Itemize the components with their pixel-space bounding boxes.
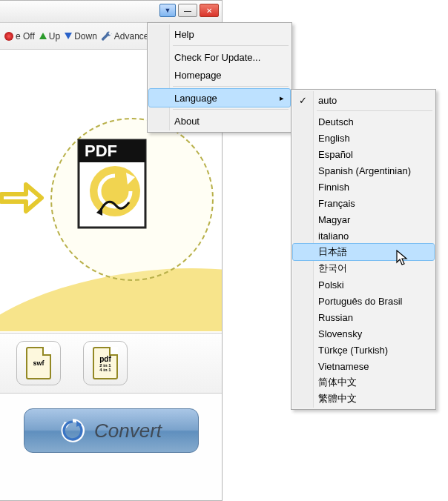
menu-about[interactable]: About: [149, 112, 290, 130]
check-icon: ✓: [299, 95, 307, 106]
lang-item[interactable]: Français: [293, 195, 434, 211]
lang-item[interactable]: Español: [293, 146, 434, 162]
off-label: e Off: [16, 31, 35, 42]
move-down[interactable]: Down: [65, 31, 97, 42]
up-label: Up: [49, 31, 60, 42]
swf-label: swf: [33, 359, 44, 367]
menu-homepage[interactable]: Homepage: [149, 66, 290, 84]
off-icon: [4, 32, 13, 41]
dropdown-trigger[interactable]: ▼: [159, 4, 176, 17]
pdf-label: PDF: [85, 142, 117, 160]
lang-item[interactable]: 日本語: [293, 244, 434, 260]
wrench-icon: [102, 31, 112, 42]
menu-check-update[interactable]: Check For Update...: [149, 48, 290, 66]
titlebar: ▼ — ✕: [0, 1, 222, 23]
close-button[interactable]: ✕: [200, 4, 219, 17]
menu-separator: [173, 86, 289, 87]
lang-item[interactable]: ✓auto: [293, 92, 434, 108]
lang-label: Vietnamese: [318, 361, 369, 372]
lang-label: Slovensky: [318, 328, 362, 339]
language-submenu: ✓autoDeutschEnglishEspañolSpanish (Argen…: [291, 89, 436, 410]
lang-item[interactable]: Vietnamese: [293, 358, 434, 374]
lang-label: Türkçe (Turkish): [318, 345, 388, 356]
menu-help-label: Help: [174, 29, 194, 40]
format-swf-button[interactable]: swf: [16, 341, 61, 385]
down-label: Down: [74, 31, 97, 42]
menu-help[interactable]: Help: [149, 25, 290, 43]
lang-label: Polski: [318, 279, 344, 291]
pdf-fmt-sublabel: 2 in 1 4 in 1: [99, 363, 111, 372]
menu-update-label: Check For Update...: [174, 52, 260, 63]
lang-item[interactable]: 繁體中文: [293, 391, 434, 407]
lang-item[interactable]: Spanish (Argentinian): [293, 162, 434, 179]
lang-item[interactable]: italiano: [293, 228, 434, 244]
pdf-fmt-label: pdf: [99, 355, 111, 363]
lang-label: 日本語: [318, 245, 347, 259]
format-strip: swf pdf 2 in 1 4 in 1: [0, 333, 222, 394]
lang-item[interactable]: Slovensky: [293, 325, 434, 342]
lang-item[interactable]: Finnish: [293, 179, 434, 195]
svg-point-3: [90, 166, 140, 216]
menu-separator: [173, 45, 289, 46]
lang-label: Português do Brasil: [318, 296, 402, 307]
menu-language[interactable]: Language: [149, 89, 290, 107]
lang-item[interactable]: Türkçe (Turkish): [293, 342, 434, 358]
arrow-up-icon: [39, 33, 47, 39]
convert-icon: [60, 418, 85, 443]
menu-separator: [173, 109, 289, 110]
lang-item[interactable]: 한국어: [293, 260, 434, 276]
lang-item[interactable]: Polski: [293, 276, 434, 293]
toggle-off[interactable]: e Off: [4, 31, 35, 42]
lang-label: Français: [318, 198, 355, 209]
submenu-separator: [317, 110, 432, 111]
advanced-label: Advance: [114, 31, 149, 42]
lang-item[interactable]: English: [293, 130, 434, 146]
lang-item[interactable]: Russian: [293, 309, 434, 325]
lang-item[interactable]: Português do Brasil: [293, 293, 434, 309]
lang-label: Spanish (Argentinian): [318, 165, 411, 176]
menu-language-label: Language: [174, 93, 217, 104]
lang-label: Español: [318, 149, 353, 160]
convert-button[interactable]: Convert: [24, 408, 199, 453]
lang-label: Deutsch: [318, 116, 354, 127]
lang-label: auto: [318, 95, 337, 106]
format-pdf-button[interactable]: pdf 2 in 1 4 in 1: [83, 341, 128, 385]
lang-item[interactable]: Magyar: [293, 211, 434, 228]
lang-label: italiano: [318, 230, 349, 242]
main-menu: Help Check For Update... Homepage Langua…: [147, 22, 292, 133]
minimize-button[interactable]: —: [178, 4, 197, 17]
menu-homepage-label: Homepage: [174, 70, 222, 81]
lang-label: 简体中文: [318, 376, 357, 389]
pdf-preview-icon: PDF: [74, 136, 156, 232]
lang-label: Russian: [318, 312, 353, 323]
pdf-file-icon: pdf 2 in 1 4 in 1: [93, 347, 118, 379]
lang-item[interactable]: 简体中文: [293, 374, 434, 391]
swf-file-icon: swf: [26, 347, 51, 379]
lang-item[interactable]: Deutsch: [293, 113, 434, 130]
advanced-settings[interactable]: Advance: [102, 31, 149, 42]
lang-label: Magyar: [318, 214, 350, 225]
convert-area: Convert: [0, 408, 222, 453]
lang-label: 한국어: [318, 262, 347, 275]
lang-label: 繁體中文: [318, 392, 357, 405]
convert-label: Convert: [94, 419, 162, 442]
menu-about-label: About: [174, 116, 200, 127]
move-up[interactable]: Up: [39, 31, 60, 42]
arrow-down-icon: [65, 33, 72, 39]
arrow-indicator-icon: [0, 176, 45, 220]
lang-label: English: [318, 133, 350, 144]
lang-label: Finnish: [318, 182, 349, 193]
